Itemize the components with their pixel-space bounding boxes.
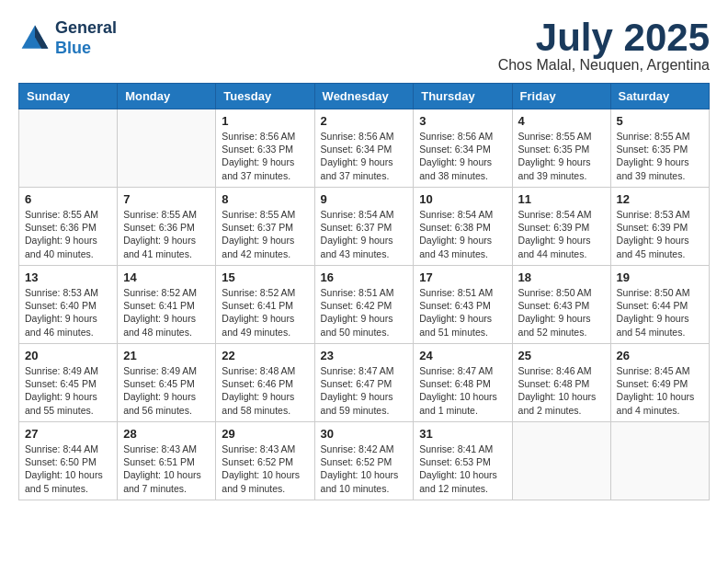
day-number: 4 — [518, 114, 605, 128]
calendar-cell: 10Sunrise: 8:54 AM Sunset: 6:38 PM Dayli… — [414, 188, 512, 266]
calendar-cell: 3Sunrise: 8:56 AM Sunset: 6:34 PM Daylig… — [414, 109, 512, 188]
cell-text: Sunrise: 8:51 AM Sunset: 6:42 PM Dayligh… — [321, 286, 408, 339]
day-number: 22 — [222, 349, 308, 362]
day-number: 12 — [617, 192, 703, 206]
day-number: 8 — [222, 192, 308, 206]
calendar-cell: 24Sunrise: 8:47 AM Sunset: 6:48 PM Dayli… — [414, 344, 512, 422]
cell-text: Sunrise: 8:56 AM Sunset: 6:33 PM Dayligh… — [222, 130, 308, 182]
day-number: 26 — [617, 349, 703, 362]
calendar-cell: 4Sunrise: 8:55 AM Sunset: 6:35 PM Daylig… — [512, 109, 610, 188]
day-number: 5 — [617, 114, 703, 128]
calendar-cell: 13Sunrise: 8:53 AM Sunset: 6:40 PM Dayli… — [19, 266, 118, 344]
week-row: 6Sunrise: 8:55 AM Sunset: 6:36 PM Daylig… — [19, 188, 710, 266]
calendar-cell: 9Sunrise: 8:54 AM Sunset: 6:37 PM Daylig… — [314, 188, 414, 266]
cell-text: Sunrise: 8:47 AM Sunset: 6:48 PM Dayligh… — [419, 364, 506, 417]
calendar-cell: 2Sunrise: 8:56 AM Sunset: 6:34 PM Daylig… — [314, 109, 414, 188]
day-number: 9 — [321, 192, 408, 206]
day-number: 20 — [25, 349, 111, 362]
calendar-cell: 14Sunrise: 8:52 AM Sunset: 6:41 PM Dayli… — [118, 266, 216, 344]
cell-text: Sunrise: 8:55 AM Sunset: 6:36 PM Dayligh… — [25, 208, 111, 260]
weekday-header: Wednesday — [314, 84, 414, 109]
day-number: 25 — [518, 349, 605, 362]
cell-text: Sunrise: 8:55 AM Sunset: 6:35 PM Dayligh… — [617, 130, 703, 182]
cell-text: Sunrise: 8:49 AM Sunset: 6:45 PM Dayligh… — [123, 364, 210, 417]
calendar-cell: 11Sunrise: 8:54 AM Sunset: 6:39 PM Dayli… — [512, 188, 610, 266]
calendar-cell: 26Sunrise: 8:45 AM Sunset: 6:49 PM Dayli… — [610, 344, 709, 422]
calendar-cell — [19, 109, 118, 188]
cell-text: Sunrise: 8:52 AM Sunset: 6:41 PM Dayligh… — [222, 286, 308, 339]
cell-text: Sunrise: 8:47 AM Sunset: 6:47 PM Dayligh… — [321, 364, 408, 417]
calendar-cell: 27Sunrise: 8:44 AM Sunset: 6:50 PM Dayli… — [19, 422, 118, 500]
logo-text-blue: Blue — [55, 39, 117, 59]
calendar-cell: 8Sunrise: 8:55 AM Sunset: 6:37 PM Daylig… — [216, 188, 314, 266]
calendar-cell: 23Sunrise: 8:47 AM Sunset: 6:47 PM Dayli… — [314, 344, 414, 422]
cell-text: Sunrise: 8:56 AM Sunset: 6:34 PM Dayligh… — [419, 130, 506, 182]
cell-text: Sunrise: 8:46 AM Sunset: 6:48 PM Dayligh… — [518, 364, 605, 417]
calendar-cell: 30Sunrise: 8:42 AM Sunset: 6:52 PM Dayli… — [314, 422, 414, 500]
calendar-cell: 18Sunrise: 8:50 AM Sunset: 6:43 PM Dayli… — [512, 266, 610, 344]
cell-text: Sunrise: 8:54 AM Sunset: 6:39 PM Dayligh… — [518, 208, 605, 260]
cell-text: Sunrise: 8:50 AM Sunset: 6:44 PM Dayligh… — [617, 286, 703, 339]
day-number: 28 — [123, 427, 210, 441]
day-number: 13 — [25, 270, 111, 284]
calendar-cell: 31Sunrise: 8:41 AM Sunset: 6:53 PM Dayli… — [414, 422, 512, 500]
day-number: 29 — [222, 427, 308, 441]
title-section: July 2025 Chos Malal, Neuquen, Argentina — [498, 18, 710, 74]
logo: General Blue — [18, 18, 117, 58]
calendar-cell: 7Sunrise: 8:55 AM Sunset: 6:36 PM Daylig… — [118, 188, 216, 266]
calendar-cell: 6Sunrise: 8:55 AM Sunset: 6:36 PM Daylig… — [19, 188, 118, 266]
logo-text-general: General — [55, 18, 117, 39]
calendar-cell — [512, 422, 610, 500]
cell-text: Sunrise: 8:42 AM Sunset: 6:52 PM Dayligh… — [321, 442, 408, 495]
day-number: 7 — [123, 192, 210, 206]
cell-text: Sunrise: 8:50 AM Sunset: 6:43 PM Dayligh… — [518, 286, 605, 339]
cell-text: Sunrise: 8:54 AM Sunset: 6:38 PM Dayligh… — [419, 208, 506, 260]
week-row: 27Sunrise: 8:44 AM Sunset: 6:50 PM Dayli… — [19, 422, 710, 500]
week-row: 20Sunrise: 8:49 AM Sunset: 6:45 PM Dayli… — [19, 344, 710, 422]
calendar-cell: 12Sunrise: 8:53 AM Sunset: 6:39 PM Dayli… — [610, 188, 709, 266]
cell-text: Sunrise: 8:41 AM Sunset: 6:53 PM Dayligh… — [419, 442, 506, 495]
logo-icon — [18, 22, 51, 55]
calendar-cell: 22Sunrise: 8:48 AM Sunset: 6:46 PM Dayli… — [216, 344, 314, 422]
calendar-cell: 28Sunrise: 8:43 AM Sunset: 6:51 PM Dayli… — [118, 422, 216, 500]
weekday-header: Friday — [512, 84, 610, 109]
cell-text: Sunrise: 8:53 AM Sunset: 6:40 PM Dayligh… — [25, 286, 111, 339]
calendar-cell: 20Sunrise: 8:49 AM Sunset: 6:45 PM Dayli… — [19, 344, 118, 422]
calendar-cell: 19Sunrise: 8:50 AM Sunset: 6:44 PM Dayli… — [610, 266, 709, 344]
cell-text: Sunrise: 8:43 AM Sunset: 6:52 PM Dayligh… — [222, 442, 308, 495]
cell-text: Sunrise: 8:55 AM Sunset: 6:35 PM Dayligh… — [518, 130, 605, 182]
weekday-header: Thursday — [414, 84, 512, 109]
week-row: 1Sunrise: 8:56 AM Sunset: 6:33 PM Daylig… — [19, 109, 710, 188]
cell-text: Sunrise: 8:49 AM Sunset: 6:45 PM Dayligh… — [25, 364, 111, 417]
calendar-cell: 17Sunrise: 8:51 AM Sunset: 6:43 PM Dayli… — [414, 266, 512, 344]
weekday-header: Tuesday — [216, 84, 314, 109]
calendar-cell — [610, 422, 709, 500]
calendar-cell: 16Sunrise: 8:51 AM Sunset: 6:42 PM Dayli… — [314, 266, 414, 344]
location: Chos Malal, Neuquen, Argentina — [498, 57, 710, 74]
page-header: General Blue July 2025 Chos Malal, Neuqu… — [18, 18, 710, 74]
calendar-cell: 5Sunrise: 8:55 AM Sunset: 6:35 PM Daylig… — [610, 109, 709, 188]
cell-text: Sunrise: 8:51 AM Sunset: 6:43 PM Dayligh… — [419, 286, 506, 339]
cell-text: Sunrise: 8:43 AM Sunset: 6:51 PM Dayligh… — [123, 442, 210, 495]
cell-text: Sunrise: 8:54 AM Sunset: 6:37 PM Dayligh… — [321, 208, 408, 260]
calendar-cell: 25Sunrise: 8:46 AM Sunset: 6:48 PM Dayli… — [512, 344, 610, 422]
cell-text: Sunrise: 8:52 AM Sunset: 6:41 PM Dayligh… — [123, 286, 210, 339]
week-row: 13Sunrise: 8:53 AM Sunset: 6:40 PM Dayli… — [19, 266, 710, 344]
weekday-header: Monday — [118, 84, 216, 109]
calendar-cell: 21Sunrise: 8:49 AM Sunset: 6:45 PM Dayli… — [118, 344, 216, 422]
day-number: 21 — [123, 349, 210, 362]
day-number: 1 — [222, 114, 308, 128]
day-number: 18 — [518, 270, 605, 284]
day-number: 31 — [419, 427, 506, 441]
cell-text: Sunrise: 8:55 AM Sunset: 6:37 PM Dayligh… — [222, 208, 308, 260]
day-number: 11 — [518, 192, 605, 206]
cell-text: Sunrise: 8:53 AM Sunset: 6:39 PM Dayligh… — [617, 208, 703, 260]
calendar-cell: 29Sunrise: 8:43 AM Sunset: 6:52 PM Dayli… — [216, 422, 314, 500]
day-number: 15 — [222, 270, 308, 284]
cell-text: Sunrise: 8:45 AM Sunset: 6:49 PM Dayligh… — [617, 364, 703, 417]
weekday-header: Saturday — [610, 84, 709, 109]
day-number: 16 — [321, 270, 408, 284]
day-number: 23 — [321, 349, 408, 362]
day-number: 14 — [123, 270, 210, 284]
calendar-cell: 1Sunrise: 8:56 AM Sunset: 6:33 PM Daylig… — [216, 109, 314, 188]
